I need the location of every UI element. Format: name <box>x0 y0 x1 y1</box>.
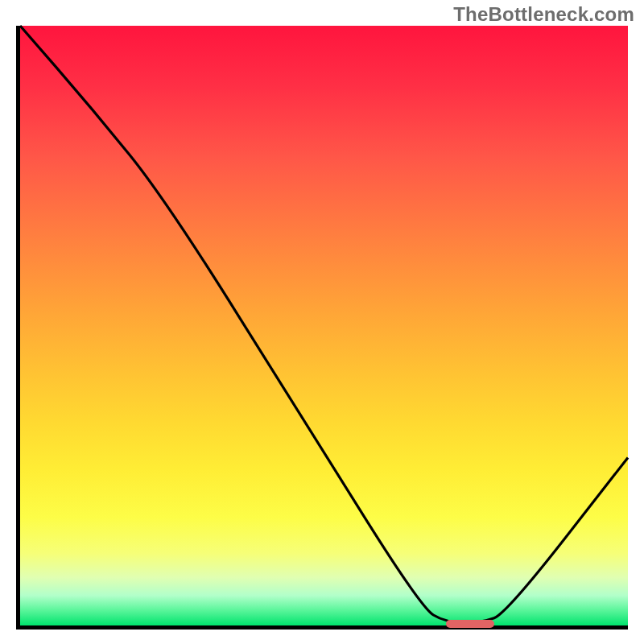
curve-line <box>20 26 628 622</box>
curve-svg <box>20 26 628 625</box>
optimum-marker <box>446 620 494 628</box>
plot-area <box>16 26 628 630</box>
watermark-text: TheBottleneck.com <box>453 3 634 26</box>
